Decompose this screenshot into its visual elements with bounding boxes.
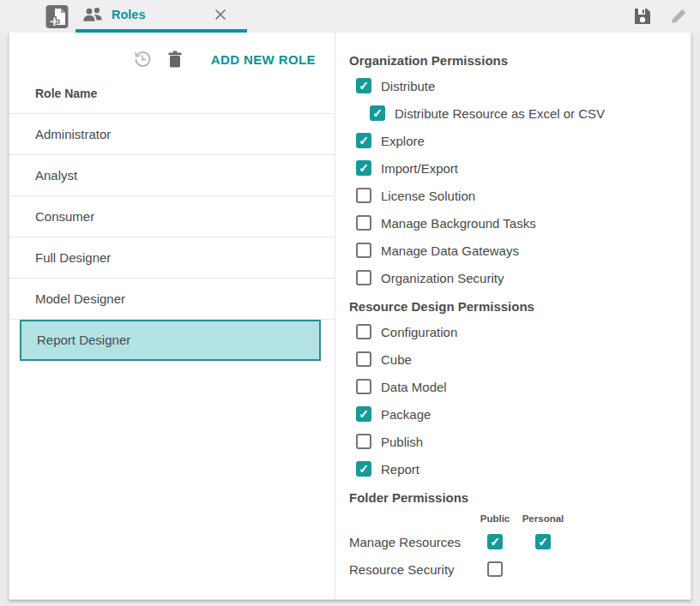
checkbox-resource-security-public[interactable]	[487, 561, 503, 577]
checkbox-distribute-resource-as-excel-or-csv[interactable]	[370, 105, 385, 121]
permission-label: Manage Data Gateways	[381, 243, 519, 258]
tab-label: Roles	[112, 8, 146, 21]
permission-report[interactable]: Report	[349, 455, 682, 483]
role-name-column-header: Role Name	[9, 75, 335, 114]
checkbox-manage-data-gateways[interactable]	[356, 243, 371, 258]
history-button[interactable]	[132, 49, 153, 69]
section-resource-design-permissions: Resource Design PermissionsConfiguration…	[349, 299, 682, 483]
matrix-row-label: Resource Security	[349, 562, 471, 577]
permission-label: Cube	[381, 352, 412, 367]
people-icon	[82, 7, 103, 22]
permission-label: Import/Export	[381, 161, 458, 176]
section-organization-permissions: Organization PermissionsDistributeDistri…	[349, 53, 682, 291]
section-folder-permissions: Folder PermissionsPublicPersonalManage R…	[349, 490, 682, 583]
new-file-icon	[45, 4, 69, 29]
save-icon	[633, 7, 652, 26]
permission-label: Manage Background Tasks	[381, 216, 536, 231]
permission-label: Data Model	[381, 380, 447, 394]
role-row-full-designer[interactable]: Full Designer	[9, 237, 335, 279]
column-header-personal: Personal	[519, 513, 567, 524]
checkbox-organization-security[interactable]	[356, 270, 371, 285]
tab-roles[interactable]: Roles	[75, 0, 247, 33]
permission-import-export[interactable]: Import/Export	[349, 154, 682, 182]
main-panel: ADD NEW ROLE Role Name AdministratorAnal…	[9, 33, 691, 600]
permission-manage-data-gateways[interactable]: Manage Data Gateways	[349, 237, 682, 264]
permission-publish[interactable]: Publish	[349, 428, 682, 455]
role-row-model-designer[interactable]: Model Designer	[9, 279, 335, 320]
permission-cube[interactable]: Cube	[349, 345, 682, 373]
new-file-button[interactable]	[45, 4, 69, 29]
matrix-row-manage-resources: Manage Resources	[349, 528, 682, 555]
roles-list: AdministratorAnalystConsumerFull Designe…	[9, 114, 335, 361]
permission-license-solution[interactable]: License Solution	[349, 182, 682, 209]
permission-package[interactable]: Package	[349, 400, 682, 428]
permissions-panel: Organization PermissionsDistributeDistri…	[335, 33, 691, 599]
hamburger-menu-icon[interactable]	[9, 8, 31, 25]
delete-role-button[interactable]	[166, 50, 184, 69]
matrix-cell	[471, 561, 519, 577]
section-title: Resource Design Permissions	[349, 299, 682, 314]
checkbox-data-model[interactable]	[356, 379, 371, 394]
permission-label: Organization Security	[381, 271, 504, 285]
permission-label: Distribute	[381, 79, 435, 93]
checkbox-manage-resources-public[interactable]	[487, 534, 503, 549]
checkbox-explore[interactable]	[356, 133, 371, 148]
roles-list-panel: ADD NEW ROLE Role Name AdministratorAnal…	[9, 33, 335, 599]
checkbox-manage-resources-personal[interactable]	[535, 534, 551, 549]
edit-pencil-icon	[669, 7, 688, 26]
permission-configuration[interactable]: Configuration	[349, 318, 682, 345]
checkbox-report[interactable]	[356, 461, 371, 477]
checkbox-manage-background-tasks[interactable]	[356, 215, 371, 231]
permission-label: Publish	[381, 435, 423, 449]
role-row-report-designer[interactable]: Report Designer	[20, 320, 321, 361]
permission-label: License Solution	[381, 189, 475, 203]
top-toolbar: Roles	[0, 0, 700, 33]
save-button[interactable]	[633, 7, 652, 26]
checkbox-license-solution[interactable]	[356, 188, 371, 203]
matrix-cell	[471, 534, 519, 549]
close-icon[interactable]	[214, 9, 226, 21]
column-header-public: Public	[471, 513, 519, 524]
add-new-role-button[interactable]: ADD NEW ROLE	[206, 51, 321, 68]
role-row-administrator[interactable]: Administrator	[9, 114, 335, 155]
role-row-consumer[interactable]: Consumer	[9, 196, 335, 237]
topbar-right-actions	[633, 7, 700, 26]
checkbox-publish[interactable]	[356, 434, 371, 449]
checkbox-configuration[interactable]	[356, 324, 371, 339]
checkbox-distribute[interactable]	[356, 78, 371, 93]
edit-button[interactable]	[669, 7, 688, 26]
roles-admin-screen: { "colors": { "accent": "#0b9499", "chec…	[0, 0, 700, 606]
permission-explore[interactable]: Explore	[349, 127, 682, 154]
permission-label: Explore	[381, 134, 425, 148]
permission-label: Configuration	[381, 325, 457, 339]
roles-toolbar: ADD NEW ROLE	[9, 43, 335, 75]
history-icon	[132, 49, 153, 69]
trash-icon	[166, 50, 184, 69]
checkbox-cube[interactable]	[356, 351, 371, 367]
section-title: Folder Permissions	[349, 490, 682, 505]
section-title: Organization Permissions	[349, 53, 682, 68]
permission-manage-background-tasks[interactable]: Manage Background Tasks	[349, 209, 682, 237]
permission-distribute-resource-as-excel-or-csv[interactable]: Distribute Resource as Excel or CSV	[349, 99, 682, 127]
checkbox-package[interactable]	[356, 406, 371, 422]
matrix-row-label: Manage Resources	[349, 535, 471, 549]
permission-organization-security[interactable]: Organization Security	[349, 264, 682, 291]
permission-label: Report	[381, 462, 419, 477]
permission-label: Distribute Resource as Excel or CSV	[395, 106, 605, 121]
permission-label: Package	[381, 407, 431, 422]
checkbox-import-export[interactable]	[356, 160, 371, 176]
matrix-cell	[519, 534, 567, 549]
role-row-analyst[interactable]: Analyst	[9, 155, 335, 196]
permission-data-model[interactable]: Data Model	[349, 373, 682, 400]
matrix-column-headers: PublicPersonal	[349, 509, 682, 528]
permission-distribute[interactable]: Distribute	[349, 72, 682, 99]
matrix-row-resource-security: Resource Security	[349, 555, 682, 583]
